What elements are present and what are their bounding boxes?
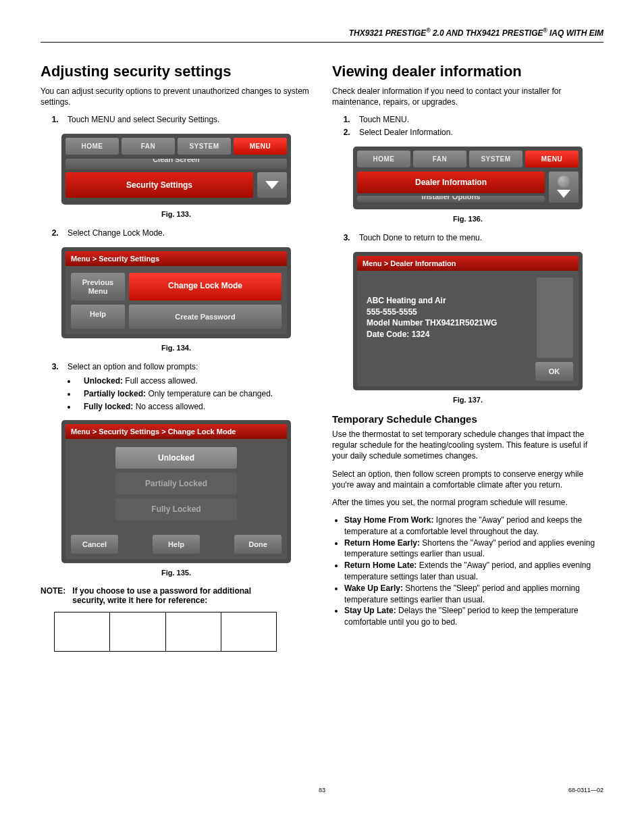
temp-opt-return-late: Return Home Late: Extends the "Away" per… — [344, 560, 603, 583]
menu-item-installer-options[interactable]: Installer Options — [357, 196, 545, 203]
temp-opt-wake-early: Wake Up Early: Shortens the "Sleep" peri… — [344, 583, 603, 606]
tab-fan[interactable]: FAN — [122, 138, 175, 155]
step-2-right: Select Dealer Information. — [352, 127, 603, 138]
caption-fig-134: Fig. 134. — [41, 344, 312, 352]
tab-system[interactable]: SYSTEM — [178, 138, 231, 155]
menu-item-security-settings[interactable]: Security Settings — [65, 172, 253, 198]
left-column: Adjusting security settings You can adju… — [41, 63, 312, 652]
tab-menu-2[interactable]: MENU — [525, 151, 579, 167]
step-3-right: Touch Done to return to the menu. — [352, 232, 603, 244]
tab-home-2[interactable]: HOME — [357, 151, 410, 167]
right-column: Viewing dealer information Check dealer … — [332, 63, 603, 652]
temp-opt-return-early: Return Home Early: Shortens the "Away" p… — [344, 538, 603, 561]
heading-adjusting-security: Adjusting security settings — [41, 63, 312, 80]
breadcrumb-security: Menu > Security Settings — [65, 251, 287, 266]
para-dealer-intro: Check dealer information if you need to … — [332, 86, 603, 107]
option-fully-locked[interactable]: Fully Locked — [115, 498, 237, 520]
change-lock-mode-button[interactable]: Change Lock Mode — [129, 273, 281, 301]
fig-136-device: HOME FAN SYSTEM MENU Dealer Information … — [353, 147, 583, 209]
tab-system-2[interactable]: SYSTEM — [469, 151, 522, 167]
create-password-button[interactable]: Create Password — [129, 305, 281, 329]
chevron-down-icon — [557, 190, 570, 198]
help-button-2[interactable]: Help — [153, 535, 200, 554]
heading-temporary-schedule: Temporary Schedule Changes — [332, 413, 603, 425]
caption-fig-136: Fig. 136. — [332, 215, 603, 223]
page-footer: 83 68-0311—02 — [41, 787, 603, 793]
option-unlocked[interactable]: Unlocked — [115, 447, 237, 469]
scrollbar-stub[interactable] — [537, 278, 573, 358]
step-1-right: Touch MENU. — [352, 114, 603, 126]
caption-fig-137: Fig. 137. — [332, 396, 603, 404]
fig-137-device: Menu > Dealer Information ABC Heating an… — [353, 252, 583, 390]
fig-135-device: Menu > Security Settings > Change Lock M… — [61, 420, 291, 563]
heading-dealer-info: Viewing dealer information — [332, 63, 603, 80]
option-partially-locked[interactable]: Partially Locked — [115, 473, 237, 494]
previous-menu-button[interactable]: PreviousMenu — [71, 273, 125, 301]
scroll-down-button[interactable] — [257, 172, 287, 198]
scroll-up-icon — [558, 176, 570, 188]
tab-home[interactable]: HOME — [65, 138, 119, 155]
step-2-left: Select Change Lock Mode. — [61, 228, 312, 239]
note-password: NOTE: If you choose to use a password fo… — [41, 586, 312, 605]
scroll-buttons[interactable] — [549, 172, 579, 203]
para-temp-1: Use the thermostat to set temporary sche… — [332, 429, 603, 462]
para-temp-2: Select an option, then follow screen pro… — [332, 469, 603, 490]
menu-item-clean-screen[interactable]: Clean Screen — [65, 159, 287, 170]
fig-133-device: HOME FAN SYSTEM MENU Clean Screen Securi… — [61, 134, 291, 205]
step-3-left: Select an option and follow prompts: Unl… — [61, 361, 312, 412]
dealer-info-text: ABC Heating and Air 555-555-5555 Model N… — [363, 278, 533, 358]
tab-menu[interactable]: MENU — [234, 138, 287, 155]
help-button[interactable]: Help — [71, 305, 125, 329]
password-grid — [54, 612, 277, 652]
step-1-left: Touch MENU and select Security Settings. — [61, 114, 312, 126]
caption-fig-135: Fig. 135. — [41, 569, 312, 577]
para-temp-3: After the times you set, the normal prog… — [332, 497, 603, 508]
page-number: 83 — [228, 787, 416, 793]
caption-fig-133: Fig. 133. — [41, 210, 312, 218]
opt-unlocked: Unlocked: Full access allowed. — [77, 375, 312, 387]
doc-number: 68-0311—02 — [416, 787, 603, 793]
ok-button[interactable]: OK — [535, 362, 573, 381]
done-button[interactable]: Done — [234, 535, 281, 554]
opt-full: Fully locked: No access allowed. — [77, 401, 312, 413]
menu-item-dealer-information[interactable]: Dealer Information — [357, 172, 545, 193]
chevron-down-icon — [265, 181, 279, 189]
breadcrumb-change-lock-mode: Menu > Security Settings > Change Lock M… — [65, 424, 287, 439]
tab-fan-2[interactable]: FAN — [413, 151, 466, 167]
opt-partial: Partially locked: Only temperature can b… — [77, 388, 312, 400]
para-adjust-intro: You can adjust security options to preve… — [41, 86, 312, 107]
fig-134-device: Menu > Security Settings PreviousMenu Ch… — [61, 247, 291, 338]
cancel-button[interactable]: Cancel — [71, 535, 118, 554]
temp-opt-stay-home: Stay Home From Work: Ignores the "Away" … — [344, 515, 603, 538]
page-header: THX9321 PRESTIGE® 2.0 AND THX9421 PRESTI… — [41, 27, 603, 43]
temp-opt-stay-up-late: Stay Up Late: Delays the "Sleep" period … — [344, 605, 603, 628]
breadcrumb-dealer-info: Menu > Dealer Information — [357, 256, 579, 271]
